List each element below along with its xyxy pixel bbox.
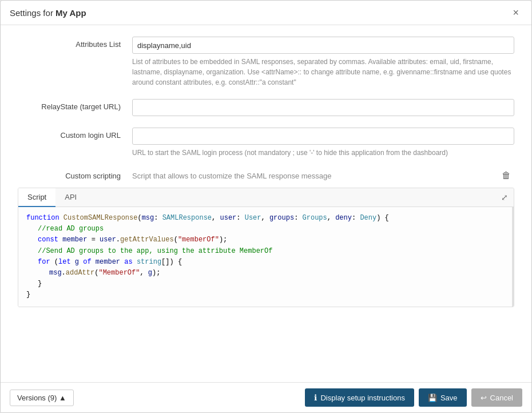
- save-label: Save: [440, 394, 458, 402]
- attributes-list-hint: List of attributes to be embedded in SAM…: [132, 57, 514, 88]
- footer-right: ℹ Display setup instructions 💾 Save ↩ Ca…: [305, 388, 522, 407]
- cancel-icon: ↩: [481, 394, 487, 402]
- cancel-label: Cancel: [490, 394, 513, 402]
- attributes-list-content: List of attributes to be embedded in SAM…: [132, 37, 514, 88]
- tab-api[interactable]: API: [55, 188, 86, 207]
- tab-script[interactable]: Script: [18, 188, 55, 207]
- cancel-button[interactable]: ↩ Cancel: [471, 388, 522, 407]
- display-setup-label: Display setup instructions: [320, 394, 404, 402]
- code-line-6: msg.addAttr("MemberOf", g);: [26, 268, 504, 279]
- code-editor[interactable]: function CustomSAMLResponse(msg: SAMLRes…: [18, 207, 514, 307]
- scripting-label: Custom scripting: [18, 172, 132, 180]
- code-line-1: function CustomSAMLResponse(msg: SAMLRes…: [26, 213, 504, 224]
- code-line-8: }: [26, 289, 504, 300]
- custom-login-url-content: URL to start the SAML login process (not…: [132, 128, 514, 158]
- attributes-list-input[interactable]: [132, 37, 514, 54]
- code-line-5: for (let g of member as string[]) {: [26, 257, 504, 268]
- save-button[interactable]: 💾 Save: [419, 388, 467, 407]
- code-line-7: }: [26, 279, 504, 289]
- code-line-2: //read AD groups: [26, 224, 504, 235]
- custom-login-url-row: Custom login URL URL to start the SAML l…: [18, 128, 514, 158]
- info-icon: ℹ: [314, 393, 317, 402]
- relay-state-label: RelayState (target URL): [18, 99, 132, 111]
- settings-modal: Settings for My App × Attributes List Li…: [0, 0, 532, 413]
- relay-state-content: [132, 99, 514, 116]
- code-line-3: const member = user.getAttrValues("membe…: [26, 235, 504, 245]
- scripting-delete-button[interactable]: 🗑: [498, 169, 514, 182]
- display-setup-button[interactable]: ℹ Display setup instructions: [305, 388, 414, 407]
- relay-state-row: RelayState (target URL): [18, 99, 514, 116]
- versions-button[interactable]: Versions (9) ▲: [10, 390, 74, 406]
- title-app: My App: [55, 8, 86, 18]
- modal-title: Settings for My App: [10, 8, 86, 18]
- custom-scripting-section: Custom scripting Script that allows to c…: [18, 169, 514, 307]
- relay-state-input[interactable]: [132, 99, 514, 116]
- attributes-list-label: Attributes List: [18, 37, 132, 49]
- scripting-header: Custom scripting Script that allows to c…: [18, 169, 514, 182]
- custom-login-url-input[interactable]: [132, 128, 514, 145]
- tab-expand-button[interactable]: ⤢: [495, 190, 514, 204]
- modal-footer: Versions (9) ▲ ℹ Display setup instructi…: [1, 382, 531, 412]
- attributes-list-row: Attributes List List of attributes to be…: [18, 37, 514, 88]
- scripting-tabs-container: Script API ⤢ function CustomSAMLResponse…: [18, 188, 514, 307]
- tabs-header: Script API ⤢: [18, 188, 514, 207]
- custom-login-url-label: Custom login URL: [18, 128, 132, 140]
- close-button[interactable]: ×: [509, 6, 522, 19]
- modal-header: Settings for My App ×: [1, 1, 531, 25]
- custom-login-url-hint: URL to start the SAML login process (not…: [132, 148, 514, 158]
- save-icon: 💾: [428, 394, 437, 402]
- code-line-4: //Send AD groups to the app, using the a…: [26, 246, 504, 257]
- title-prefix: Settings for: [10, 8, 55, 18]
- scripting-description: Script that allows to customize the SAML…: [132, 172, 498, 180]
- modal-body: Attributes List List of attributes to be…: [1, 25, 531, 382]
